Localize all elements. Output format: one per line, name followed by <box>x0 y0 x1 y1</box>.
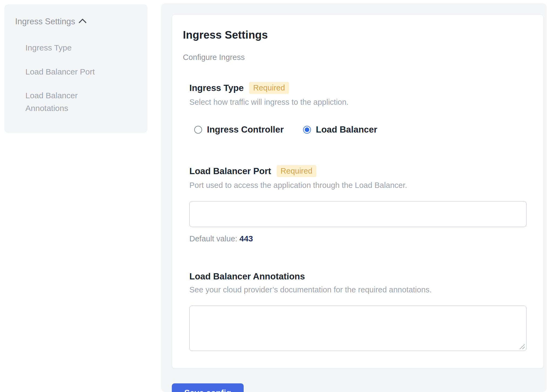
settings-nav-sidebar: Ingress Settings Ingress Type Load Balan… <box>4 4 147 133</box>
radio-label-load-balancer: Load Balancer <box>316 124 377 135</box>
main-panel: Ingress Settings Configure Ingress Ingre… <box>161 3 547 392</box>
required-badge: Required <box>277 165 317 177</box>
default-value-line: Default value:443 <box>189 234 526 243</box>
radio-label-ingress-controller: Ingress Controller <box>207 124 284 135</box>
ingress-type-description: Select how traffic will ingress to the a… <box>189 98 526 107</box>
sidebar-item-list: Ingress Type Load Balancer Port Load Bal… <box>25 42 137 114</box>
load-balancer-annotations-description: See your cloud provider’s documentation … <box>189 285 526 294</box>
sidebar-group-label: Ingress Settings <box>15 17 75 26</box>
chevron-up-icon <box>79 18 87 26</box>
ingress-type-label: Ingress Type <box>189 83 244 93</box>
radio-option-load-balancer[interactable]: Load Balancer <box>303 124 377 135</box>
sidebar-item-ingress-type[interactable]: Ingress Type <box>25 42 109 54</box>
default-value-label: Default value: <box>189 234 237 243</box>
load-balancer-port-description: Port used to access the application thro… <box>189 181 526 190</box>
load-balancer-annotations-textarea[interactable] <box>189 306 526 351</box>
ingress-type-heading: Ingress Type Required <box>189 82 526 94</box>
load-balancer-port-label: Load Balancer Port <box>189 166 271 176</box>
radio-selected-icon[interactable] <box>303 126 311 134</box>
page-title: Ingress Settings <box>183 29 526 41</box>
ingress-settings-card: Ingress Settings Configure Ingress Ingre… <box>172 15 544 369</box>
load-balancer-annotations-label: Load Balancer Annotations <box>189 271 305 282</box>
sidebar-item-load-balancer-annotations[interactable]: Load Balancer Annotations <box>25 89 109 114</box>
ingress-type-radio-group: Ingress Controller Load Balancer <box>189 124 526 135</box>
default-value-number: 443 <box>239 234 253 243</box>
load-balancer-annotations-section: Load Balancer Annotations See your cloud… <box>189 271 526 351</box>
annotations-textarea-wrap <box>189 306 526 351</box>
ingress-type-section: Ingress Type Required Select how traffic… <box>189 82 526 135</box>
sidebar-group-ingress-settings[interactable]: Ingress Settings <box>15 17 137 26</box>
page-subtitle: Configure Ingress <box>183 53 526 62</box>
radio-option-ingress-controller[interactable]: Ingress Controller <box>194 124 284 135</box>
load-balancer-port-section: Load Balancer Port Required Port used to… <box>189 165 526 243</box>
load-balancer-port-heading: Load Balancer Port Required <box>189 165 526 177</box>
save-config-button[interactable]: Save config <box>172 383 244 392</box>
load-balancer-port-input[interactable] <box>189 201 526 227</box>
load-balancer-annotations-heading: Load Balancer Annotations <box>189 271 526 282</box>
required-badge: Required <box>249 82 289 94</box>
radio-unselected-icon[interactable] <box>194 126 202 134</box>
sidebar-item-load-balancer-port[interactable]: Load Balancer Port <box>25 66 109 78</box>
